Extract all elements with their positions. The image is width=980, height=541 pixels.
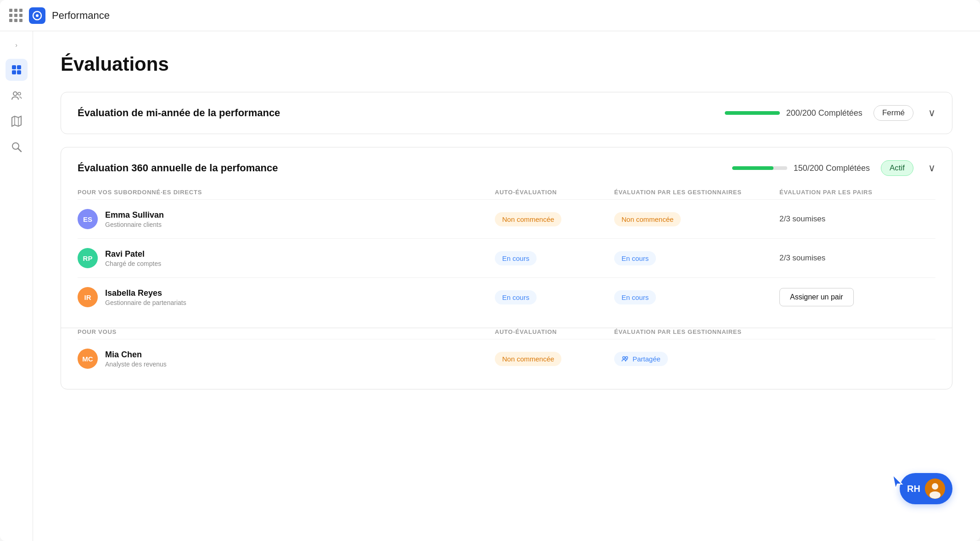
progress-text-2: 150/200 Complétées bbox=[794, 163, 870, 173]
auto-eval-mia: Non commencée bbox=[495, 352, 614, 366]
person-name-emma: Emma Sullivan bbox=[105, 210, 164, 220]
chevron-icon-1[interactable]: ∨ bbox=[928, 107, 935, 119]
app-title: Performance bbox=[52, 10, 110, 22]
person-info-emma: Emma Sullivan Gestionnaire clients bbox=[105, 210, 164, 228]
assign-peer-cell: Assigner un pair bbox=[779, 288, 935, 306]
col-header-name-sub: Pour vos subordonné·es directs bbox=[78, 189, 495, 196]
progress-bar-fill-1 bbox=[725, 111, 780, 115]
svg-rect-4 bbox=[12, 70, 16, 74]
person-name-isabella: Isabella Reyes bbox=[105, 288, 186, 298]
eval-card-1: Évaluation de mi-année de la performance… bbox=[61, 92, 952, 134]
svg-point-14 bbox=[626, 357, 628, 359]
col-header-auto-sub: AUTO-ÉVALUATION bbox=[495, 189, 614, 196]
svg-marker-8 bbox=[12, 116, 21, 126]
shared-icon bbox=[622, 355, 629, 362]
progress-text-1: 200/200 Complétées bbox=[786, 108, 862, 118]
table-row-mia: MC Mia Chen Analyste des revenus Non com… bbox=[78, 339, 935, 378]
person-info-isabella: Isabella Reyes Gestionnaire de partenari… bbox=[105, 288, 186, 306]
col-header-auto-self: AUTO-ÉVALUATION bbox=[495, 328, 614, 335]
sidebar-item-search[interactable] bbox=[6, 136, 28, 158]
person-info-ravi: Ravi Patel Chargé de comptes bbox=[105, 249, 161, 267]
auto-eval-emma: Non commencée bbox=[495, 212, 614, 226]
person-role-mia: Analyste des revenus bbox=[105, 361, 167, 368]
manager-eval-mia: Partagée bbox=[614, 352, 779, 366]
eval-header-1[interactable]: Évaluation de mi-année de la performance… bbox=[61, 92, 952, 134]
badge-auto-isabella: En cours bbox=[495, 290, 537, 304]
peers-text-emma: 2/3 soumises bbox=[779, 214, 825, 223]
person-name-ravi: Ravi Patel bbox=[105, 249, 161, 259]
sidebar: › bbox=[0, 31, 33, 541]
col-header-manager-sub: ÉVALUATION PAR LES GESTIONNAIRES bbox=[614, 189, 779, 196]
sidebar-item-people[interactable] bbox=[6, 85, 28, 107]
badge-auto-emma: Non commencée bbox=[495, 212, 561, 226]
badge-shared-mia: Partagée bbox=[614, 352, 668, 366]
badge-auto-mia: Non commencée bbox=[495, 352, 561, 366]
manager-eval-emma: Non commencée bbox=[614, 212, 779, 226]
peers-ravi: 2/3 soumises bbox=[779, 254, 935, 263]
progress-bar-track-2 bbox=[732, 166, 787, 170]
svg-rect-2 bbox=[12, 65, 16, 69]
svg-point-1 bbox=[36, 14, 39, 17]
person-cell-emma: ES Emma Sullivan Gestionnaire clients bbox=[78, 209, 495, 229]
progress-bar-fill-2 bbox=[732, 166, 773, 170]
avatar-ravi: RP bbox=[78, 248, 98, 268]
badge-auto-ravi: En cours bbox=[495, 251, 537, 265]
col-headers-subordinates: Pour vos subordonné·es directs AUTO-ÉVAL… bbox=[78, 189, 935, 199]
main-layout: › bbox=[0, 31, 980, 541]
svg-point-13 bbox=[623, 357, 625, 359]
person-cell-isabella: IR Isabella Reyes Gestionnaire de parten… bbox=[78, 287, 495, 307]
eval-card-2: Évaluation 360 annuelle de la perfomance… bbox=[61, 147, 952, 389]
sidebar-toggle[interactable]: › bbox=[10, 39, 23, 51]
sidebar-item-map[interactable] bbox=[6, 110, 28, 132]
svg-rect-5 bbox=[17, 70, 21, 74]
shared-text: Partagée bbox=[633, 355, 661, 363]
table-row-emma: ES Emma Sullivan Gestionnaire clients No… bbox=[78, 199, 935, 238]
col-header-name-self: Pour vous bbox=[78, 328, 495, 335]
manager-eval-isabella: En cours bbox=[614, 290, 779, 304]
chevron-icon-2[interactable]: ∨ bbox=[928, 162, 935, 174]
person-name-mia: Mia Chen bbox=[105, 350, 167, 360]
progress-section-2: 150/200 Complétées bbox=[732, 163, 870, 173]
topbar: Performance bbox=[0, 0, 980, 31]
svg-rect-3 bbox=[17, 65, 21, 69]
avatar-mia: MC bbox=[78, 349, 98, 369]
table-row-ravi: RP Ravi Patel Chargé de comptes En cours… bbox=[78, 238, 935, 277]
person-role-emma: Gestionnaire clients bbox=[105, 221, 164, 228]
table-row-isabella: IR Isabella Reyes Gestionnaire de parten… bbox=[78, 277, 935, 316]
col-header-manager-self: ÉVALUATION PAR LES GESTIONNAIRES bbox=[614, 328, 779, 335]
page-title: Évaluations bbox=[61, 53, 952, 75]
avatar-isabella: IR bbox=[78, 287, 98, 307]
auto-eval-ravi: En cours bbox=[495, 251, 614, 265]
rh-button[interactable]: RH bbox=[900, 473, 952, 504]
person-cell-mia: MC Mia Chen Analyste des revenus bbox=[78, 349, 495, 369]
person-role-ravi: Chargé de comptes bbox=[105, 260, 161, 267]
svg-point-16 bbox=[932, 483, 938, 490]
rh-avatar bbox=[925, 479, 945, 499]
progress-bar-track-1 bbox=[725, 111, 780, 115]
main-content: Évaluations Évaluation de mi-année de la… bbox=[33, 31, 980, 541]
peers-text-ravi: 2/3 soumises bbox=[779, 254, 825, 262]
person-info-mia: Mia Chen Analyste des revenus bbox=[105, 350, 167, 368]
svg-point-17 bbox=[930, 491, 941, 499]
progress-section-1: 200/200 Complétées bbox=[725, 108, 862, 118]
badge-manager-isabella: En cours bbox=[614, 290, 656, 304]
svg-point-6 bbox=[13, 92, 17, 96]
self-section: Pour vous AUTO-ÉVALUATION ÉVALUATION PAR… bbox=[61, 328, 952, 389]
app-grid-icon[interactable] bbox=[9, 9, 22, 22]
eval-header-2[interactable]: Évaluation 360 annuelle de la perfomance… bbox=[61, 147, 952, 189]
rh-label: RH bbox=[907, 484, 920, 494]
eval-title-1: Évaluation de mi-année de la performance bbox=[78, 107, 714, 119]
status-badge-2: Actif bbox=[881, 160, 913, 176]
sidebar-item-grid[interactable] bbox=[6, 59, 28, 81]
auto-eval-isabella: En cours bbox=[495, 290, 614, 304]
avatar-emma: ES bbox=[78, 209, 98, 229]
svg-line-12 bbox=[18, 149, 21, 152]
app-logo bbox=[29, 7, 45, 24]
person-role-isabella: Gestionnaire de partenariats bbox=[105, 299, 186, 306]
assign-peer-button[interactable]: Assigner un pair bbox=[779, 288, 854, 306]
badge-manager-ravi: En cours bbox=[614, 251, 656, 265]
eval-title-2: Évaluation 360 annuelle de la perfomance bbox=[78, 162, 721, 174]
status-badge-1: Fermé bbox=[874, 105, 913, 121]
peers-emma: 2/3 soumises bbox=[779, 214, 935, 224]
col-header-empty-self bbox=[779, 328, 935, 335]
